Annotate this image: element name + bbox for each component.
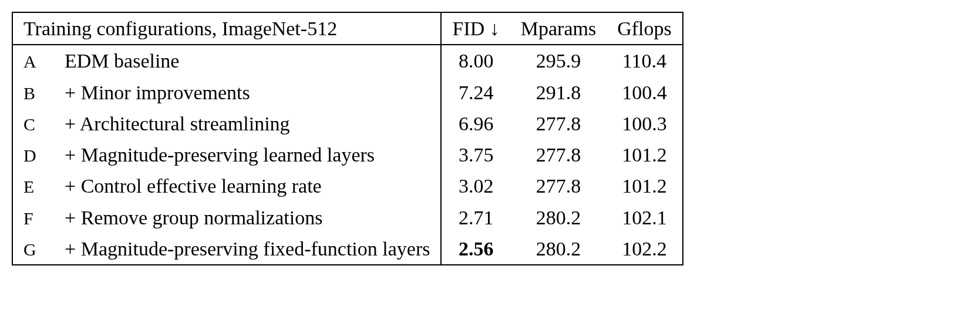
row-mparams: 295.9 [510, 45, 607, 76]
table-title: Training configurations, ImageNet-512 [12, 12, 441, 45]
row-fid: 2.71 [441, 202, 510, 233]
row-mparams: 277.8 [510, 170, 607, 201]
col-mparams: Mparams [510, 12, 607, 45]
table-body: AEDM baseline8.00295.9110.4B+ Minor impr… [12, 45, 683, 265]
table-row: B+ Minor improvements7.24291.8100.4 [12, 77, 683, 108]
row-id: B [12, 77, 54, 108]
row-fid: 3.75 [441, 139, 510, 170]
col-gflops: Gflops [607, 12, 683, 45]
row-mparams: 280.2 [510, 233, 607, 265]
col-fid-label: FID ↓ [452, 18, 499, 39]
table-row: E+ Control effective learning rate3.0227… [12, 170, 683, 201]
row-id: D [12, 139, 54, 170]
table-row: D+ Magnitude-preserving learned layers3.… [12, 139, 683, 170]
row-gflops: 100.4 [607, 77, 683, 108]
row-fid: 6.96 [441, 108, 510, 139]
row-mparams: 277.8 [510, 108, 607, 139]
results-table: Training configurations, ImageNet-512 FI… [12, 12, 683, 265]
row-fid: 8.00 [441, 45, 510, 76]
row-gflops: 102.1 [607, 202, 683, 233]
row-id: E [12, 170, 54, 201]
row-id: A [12, 45, 54, 76]
row-description: + Remove group normalizations [54, 202, 441, 233]
table-row: F+ Remove group normalizations2.71280.21… [12, 202, 683, 233]
table-row: AEDM baseline8.00295.9110.4 [12, 45, 683, 76]
row-gflops: 100.3 [607, 108, 683, 139]
table-row: C+ Architectural streamlining6.96277.810… [12, 108, 683, 139]
col-fid: FID ↓ [441, 12, 510, 45]
row-description: + Magnitude-preserving learned layers [54, 139, 441, 170]
row-description: + Minor improvements [54, 77, 441, 108]
row-mparams: 280.2 [510, 202, 607, 233]
row-id: F [12, 202, 54, 233]
row-id: G [12, 233, 54, 265]
row-gflops: 110.4 [607, 45, 683, 76]
row-gflops: 102.2 [607, 233, 683, 265]
row-gflops: 101.2 [607, 139, 683, 170]
row-fid: 3.02 [441, 170, 510, 201]
row-id: C [12, 108, 54, 139]
row-mparams: 291.8 [510, 77, 607, 108]
table-row: G+ Magnitude-preserving fixed-function l… [12, 233, 683, 265]
row-description: + Architectural streamlining [54, 108, 441, 139]
row-description: + Control effective learning rate [54, 170, 441, 201]
row-fid: 7.24 [441, 77, 510, 108]
row-gflops: 101.2 [607, 170, 683, 201]
row-fid: 2.56 [441, 233, 510, 265]
row-description: EDM baseline [54, 45, 441, 76]
row-description: + Magnitude-preserving fixed-function la… [54, 233, 441, 265]
row-mparams: 277.8 [510, 139, 607, 170]
table-header-row: Training configurations, ImageNet-512 FI… [12, 12, 683, 45]
